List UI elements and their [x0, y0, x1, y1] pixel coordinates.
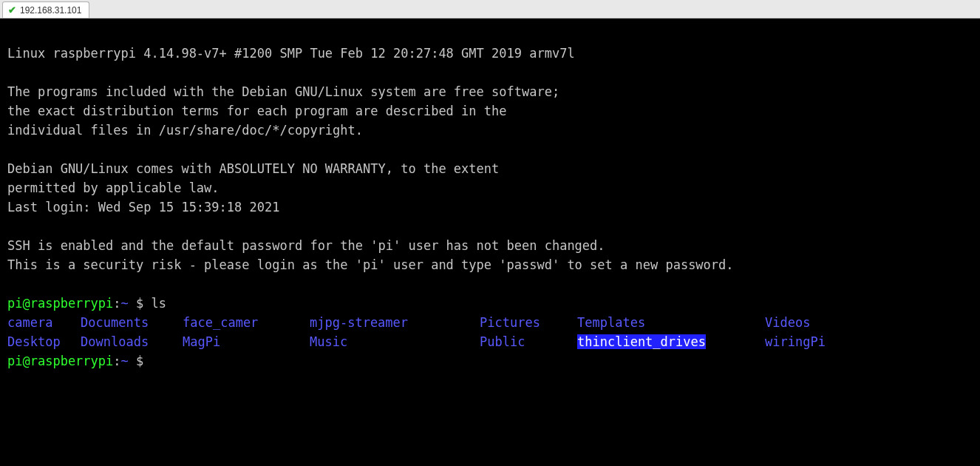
prompt-sep: :: [113, 354, 120, 368]
dir-entry: Desktop: [7, 334, 61, 349]
dir-entry: camera: [7, 315, 52, 330]
ls-output: cameraDesktopDocumentsDownloadsface_came…: [7, 313, 973, 351]
prompt-user-host: pi@raspberrypi: [7, 354, 113, 368]
ls-col: mjpg-streamerMusic: [310, 313, 480, 351]
motd-line: individual files in /usr/share/doc/*/cop…: [7, 123, 363, 138]
ls-col: face_camerMagPi: [183, 313, 310, 351]
dir-entry: MagPi: [183, 334, 220, 349]
dir-entry: wiringPi: [765, 334, 826, 349]
motd-line: Linux raspberrypi 4.14.98-v7+ #1200 SMP …: [7, 46, 575, 61]
dir-entry: Templates: [577, 315, 645, 330]
prompt-path: ~: [121, 296, 136, 311]
check-icon: ✔: [7, 6, 16, 15]
motd-line: the exact distribution terms for each pr…: [7, 104, 507, 118]
dir-entry-highlighted: thinclient_drives: [577, 334, 706, 349]
dir-entry: Downloads: [81, 334, 149, 349]
dir-entry: face_camer: [183, 315, 258, 330]
motd-line: SSH is enabled and the default password …: [7, 238, 605, 253]
ls-col: cameraDesktop: [7, 313, 81, 351]
prompt-dollar: $: [136, 296, 151, 311]
motd-line: Last login: Wed Sep 15 15:39:18 2021: [7, 200, 279, 215]
dir-entry: Documents: [81, 315, 149, 330]
prompt-dollar: $: [136, 354, 151, 368]
prompt-sep: :: [113, 296, 120, 311]
motd-line: permitted by applicable law.: [7, 180, 220, 195]
prompt-path: ~: [121, 354, 136, 368]
dir-entry: Pictures: [480, 315, 540, 330]
window-chrome: ✔ 192.168.31.101: [0, 0, 980, 18]
session-tab[interactable]: ✔ 192.168.31.101: [2, 1, 89, 18]
command-text: ls: [152, 296, 166, 311]
dir-entry: mjpg-streamer: [310, 315, 408, 330]
tab-title: 192.168.31.101: [20, 5, 81, 16]
motd-line: This is a security risk - please login a…: [7, 257, 734, 272]
prompt-line: pi@raspberrypi:~ $ ls: [7, 296, 166, 311]
motd-line: Debian GNU/Linux comes with ABSOLUTELY N…: [7, 161, 499, 176]
ls-col: PicturesPublic: [480, 313, 577, 351]
prompt-line: pi@raspberrypi:~ $: [7, 354, 152, 368]
dir-entry: Videos: [765, 315, 810, 330]
dir-entry: Public: [480, 334, 525, 349]
ls-col: Templatesthinclient_drives: [577, 313, 765, 351]
terminal[interactable]: Linux raspberrypi 4.14.98-v7+ #1200 SMP …: [0, 18, 980, 466]
ls-col: DocumentsDownloads: [81, 313, 183, 351]
dir-entry: Music: [310, 334, 347, 349]
prompt-user-host: pi@raspberrypi: [7, 296, 113, 311]
ls-col: VideoswiringPi: [765, 313, 826, 351]
motd-line: The programs included with the Debian GN…: [7, 84, 559, 99]
